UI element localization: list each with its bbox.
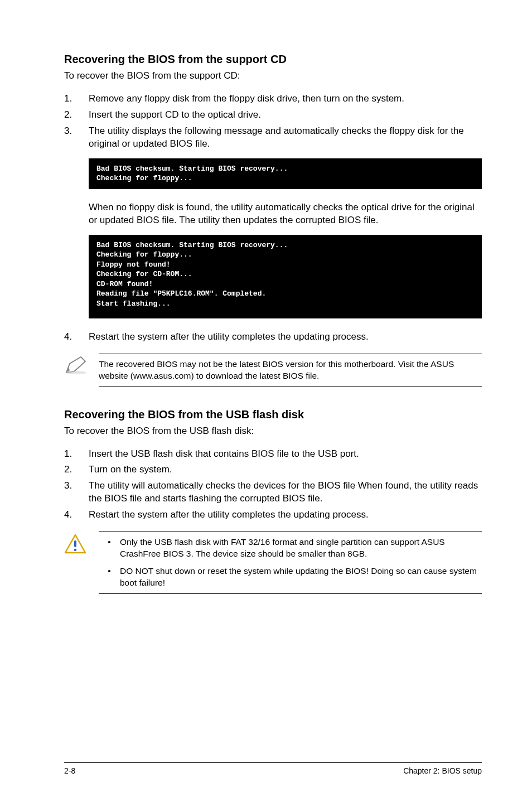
step-4: 4. Restart the system after the utility … [64, 331, 482, 344]
steps-usb: 1. Insert the USB flash disk that contai… [64, 448, 482, 522]
step-number: 2. [64, 463, 89, 476]
section-heading-usb: Recovering the BIOS from the USB flash d… [64, 408, 482, 421]
step-text: Remove any floppy disk from the floppy d… [89, 93, 482, 105]
section-heading-cd: Recovering the BIOS from the support CD [64, 53, 482, 66]
page-footer: 2-8 Chapter 2: BIOS setup [64, 762, 482, 775]
step-3: 3. The utility will automatically checks… [64, 480, 482, 505]
terminal-output-1: Bad BIOS checksum. Starting BIOS recover… [89, 158, 482, 189]
step-number: 2. [64, 109, 89, 122]
step-1: 1. Insert the USB flash disk that contai… [64, 448, 482, 461]
step-number: 1. [64, 93, 89, 105]
step-number: 4. [64, 509, 89, 521]
intro-cd: To recover the BIOS from the support CD: [64, 70, 482, 81]
svg-rect-1 [74, 540, 76, 547]
chapter-label: Chapter 2: BIOS setup [403, 766, 482, 775]
step-text: The utility will automatically checks th… [89, 480, 482, 505]
paragraph-after-term1: When no floppy disk is found, the utilit… [89, 201, 482, 227]
bullet-icon: • [99, 566, 120, 589]
svg-point-2 [74, 549, 76, 551]
step-1: 1. Remove any floppy disk from the flopp… [64, 93, 482, 105]
step-number: 4. [64, 331, 89, 344]
intro-usb: To recover the BIOS from the USB flash d… [64, 426, 482, 437]
svg-point-0 [66, 371, 86, 374]
step-text: Turn on the system. [89, 463, 482, 476]
step-text: Insert the USB flash disk that contains … [89, 448, 482, 461]
step-3: 3. The utility displays the following me… [64, 125, 482, 151]
warning-icon [64, 532, 99, 557]
pencil-icon [64, 354, 99, 377]
steps-cd-4: 4. Restart the system after the utility … [64, 331, 482, 344]
step-text: Restart the system after the utility com… [89, 509, 482, 521]
note-block: The recovered BIOS may not be the latest… [64, 354, 482, 387]
warning-text: • Only the USB flash disk with FAT 32/16… [99, 532, 482, 594]
warning-item-1: • Only the USB flash disk with FAT 32/16… [99, 537, 482, 560]
step-2: 2. Turn on the system. [64, 463, 482, 476]
warning-item-2: • DO NOT shut down or reset the system w… [99, 566, 482, 589]
step-text: Insert the support CD to the optical dri… [89, 109, 482, 122]
warning-item-text: Only the USB flash disk with FAT 32/16 f… [120, 537, 482, 560]
warning-block: • Only the USB flash disk with FAT 32/16… [64, 532, 482, 594]
step-2: 2. Insert the support CD to the optical … [64, 109, 482, 122]
step-text: The utility displays the following messa… [89, 125, 482, 151]
page-number: 2-8 [64, 766, 75, 775]
bullet-icon: • [99, 537, 120, 560]
step-4: 4. Restart the system after the utility … [64, 509, 482, 521]
warning-item-text: DO NOT shut down or reset the system whi… [120, 566, 482, 589]
terminal-output-2: Bad BIOS checksum. Starting BIOS recover… [89, 235, 482, 318]
steps-cd-1to3: 1. Remove any floppy disk from the flopp… [64, 93, 482, 151]
step-number: 3. [64, 480, 89, 505]
step-number: 1. [64, 448, 89, 461]
note-text: The recovered BIOS may not be the latest… [99, 354, 482, 387]
step-number: 3. [64, 125, 89, 151]
step-text: Restart the system after the utility com… [89, 331, 482, 344]
